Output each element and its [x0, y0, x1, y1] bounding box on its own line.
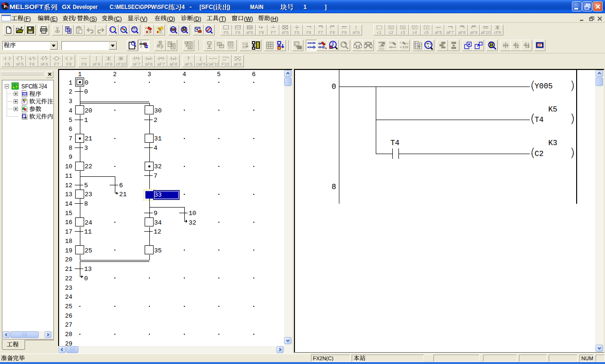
- svg-text:21: 21: [85, 135, 92, 142]
- svg-text:4: 4: [182, 71, 186, 78]
- svg-text:10: 10: [189, 210, 196, 217]
- svg-text:18: 18: [65, 238, 72, 245]
- svg-text:Y005: Y005: [535, 82, 553, 91]
- svg-text:22: 22: [65, 275, 72, 282]
- svg-text:32: 32: [189, 219, 196, 226]
- svg-text:30: 30: [154, 107, 162, 114]
- svg-text:5: 5: [69, 117, 72, 124]
- svg-text:error: error: [228, 46, 234, 49]
- svg-text:K5: K5: [548, 105, 557, 114]
- svg-text:8: 8: [331, 183, 336, 191]
- svg-text:x: x: [395, 43, 396, 46]
- svg-text:21: 21: [65, 266, 72, 273]
- svg-text:6: 6: [69, 126, 72, 133]
- svg-text:23: 23: [65, 285, 72, 292]
- svg-text:32: 32: [154, 163, 162, 170]
- svg-text:1: 1: [69, 79, 72, 87]
- svg-text:12: 12: [154, 228, 161, 235]
- svg-text:10: 10: [65, 163, 72, 170]
- svg-text:13: 13: [65, 191, 72, 198]
- svg-text:2: 2: [154, 117, 157, 124]
- svg-text:S9: S9: [242, 45, 247, 49]
- svg-text:5: 5: [217, 71, 221, 78]
- svg-text:7: 7: [154, 173, 157, 180]
- svg-text:33: 33: [155, 191, 162, 199]
- svg-text:19: 19: [65, 247, 72, 254]
- svg-text:123: 123: [132, 30, 136, 32]
- svg-text:24: 24: [85, 219, 92, 226]
- svg-text:29: 29: [65, 340, 72, 346]
- svg-text:T4: T4: [535, 116, 544, 124]
- svg-text:0: 0: [84, 88, 88, 95]
- svg-text:3: 3: [84, 145, 88, 152]
- svg-text:28: 28: [65, 331, 72, 338]
- svg-text:8: 8: [69, 145, 72, 152]
- svg-text:20: 20: [85, 107, 92, 114]
- svg-text:T4: T4: [390, 139, 399, 147]
- svg-text:5: 5: [84, 182, 88, 189]
- svg-text:1: 1: [84, 117, 88, 124]
- svg-text:C2: C2: [535, 150, 544, 158]
- svg-text:0: 0: [85, 79, 88, 87]
- svg-text:16: 16: [65, 219, 72, 226]
- svg-text:17: 17: [65, 228, 72, 235]
- svg-text:SC: SC: [389, 26, 393, 29]
- svg-text:7: 7: [69, 135, 72, 142]
- svg-text:25: 25: [65, 303, 72, 310]
- svg-text:SE: SE: [401, 26, 405, 29]
- svg-text:xxxx: xxxx: [379, 47, 384, 50]
- svg-text:3: 3: [147, 71, 151, 78]
- svg-text:11: 11: [65, 173, 72, 180]
- svg-text:27: 27: [65, 321, 72, 329]
- svg-text:15: 15: [65, 210, 72, 217]
- svg-text:R: R: [426, 26, 428, 29]
- svg-text:21: 21: [119, 191, 127, 198]
- svg-text:1: 1: [78, 71, 82, 78]
- svg-text:0: 0: [84, 275, 88, 282]
- svg-text:6: 6: [119, 182, 123, 189]
- svg-text:8: 8: [84, 200, 88, 208]
- svg-text:35: 35: [154, 247, 162, 254]
- svg-text:31: 31: [154, 135, 162, 142]
- svg-text:13: 13: [84, 266, 92, 273]
- svg-text:9: 9: [154, 210, 157, 217]
- svg-text:11: 11: [84, 228, 92, 235]
- svg-text:x: x: [400, 41, 401, 44]
- svg-text:0: 0: [331, 83, 336, 91]
- svg-text:20: 20: [65, 256, 72, 263]
- svg-text:25: 25: [85, 247, 92, 254]
- svg-text:12: 12: [65, 182, 72, 189]
- svg-text:xx: xx: [406, 42, 409, 45]
- svg-text:24: 24: [65, 294, 72, 301]
- svg-text:6: 6: [252, 71, 256, 78]
- svg-text:9: 9: [69, 154, 72, 161]
- svg-text:2: 2: [69, 88, 72, 95]
- svg-text:34: 34: [154, 219, 162, 226]
- svg-text:ST: ST: [413, 26, 417, 29]
- svg-text:4: 4: [154, 145, 157, 152]
- svg-text:K3: K3: [548, 139, 557, 147]
- svg-text:14: 14: [65, 200, 72, 208]
- svg-text:22: 22: [85, 163, 92, 170]
- svg-text:26: 26: [65, 312, 72, 320]
- svg-text:23: 23: [85, 191, 92, 198]
- svg-text:4: 4: [69, 107, 72, 114]
- svg-text:3: 3: [69, 98, 72, 105]
- svg-text:2: 2: [113, 71, 117, 78]
- svg-text:P: P: [4, 4, 7, 9]
